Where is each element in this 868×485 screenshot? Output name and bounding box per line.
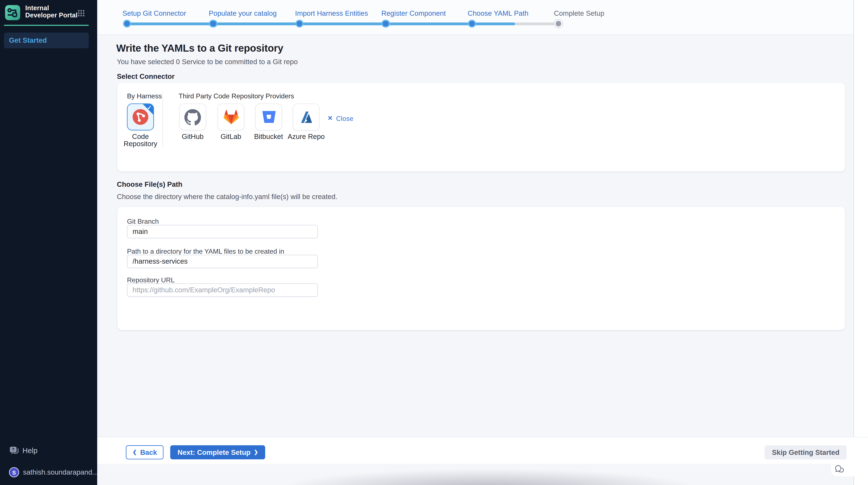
scrollbar-gutter[interactable] xyxy=(854,0,868,485)
close-button[interactable]: ✕ Close xyxy=(328,115,353,122)
sidebar-item-help[interactable]: ? Help xyxy=(9,445,38,455)
sidebar-divider xyxy=(4,25,89,26)
user-account[interactable]: S sathish.soundarapand... xyxy=(9,467,98,478)
close-label: Close xyxy=(336,115,353,122)
step-dot-icon xyxy=(554,20,562,28)
stepper-step-choose-yaml-path[interactable]: Choose YAML Path xyxy=(468,8,528,18)
help-label: Help xyxy=(23,446,38,455)
files-path-card: Git Branch Path to a directory for the Y… xyxy=(117,207,845,330)
step-dot-icon xyxy=(296,20,304,28)
harness-idp-logo-icon xyxy=(5,5,20,20)
third-party-label: Third Party Code Repository Providers xyxy=(179,92,294,100)
chevron-right-icon: ❯ xyxy=(254,450,258,455)
connector-tile-gitlab[interactable] xyxy=(217,104,244,131)
bottom-window-shadow xyxy=(225,464,753,485)
git-branch-input[interactable] xyxy=(127,225,318,238)
stepper-step-setup-git-connector[interactable]: Setup Git Connector xyxy=(123,8,186,18)
app-root: Internal Developer Portal Get Started ? … xyxy=(0,0,868,485)
stepper-remaining-line xyxy=(515,22,558,25)
page-title: Write the YAMLs to a Git repository xyxy=(116,43,283,55)
user-name: sathish.soundarapand... xyxy=(23,468,98,476)
stepper-step-import-harness-entities[interactable]: Import Harness Entities xyxy=(295,8,368,18)
select-connector-card: By Harness ✓ Code Repository Third Party… xyxy=(117,83,845,171)
help-chat-icon: ? xyxy=(9,446,19,455)
step-dot-icon xyxy=(123,20,131,28)
next-complete-setup-button[interactable]: Next: Complete Setup ❯ xyxy=(170,445,265,459)
chat-bubbles-icon[interactable] xyxy=(835,465,844,474)
tile-label-code-repository: Code Repository xyxy=(118,133,163,148)
directory-path-input[interactable] xyxy=(127,255,318,268)
repository-url-label: Repository URL xyxy=(127,276,175,284)
bitbucket-icon xyxy=(261,110,276,124)
sidebar: Internal Developer Portal Get Started ? … xyxy=(0,0,97,485)
github-icon xyxy=(184,109,201,125)
by-harness-label: By Harness xyxy=(127,92,162,100)
chevron-left-icon: ❮ xyxy=(133,450,137,455)
back-button[interactable]: ❮ Back xyxy=(126,445,164,459)
connector-tile-code-repository[interactable]: ✓ xyxy=(127,104,154,131)
sidebar-item-get-started[interactable]: Get Started xyxy=(4,33,89,49)
step-dot-icon xyxy=(209,20,217,28)
git-branch-label: Git Branch xyxy=(127,218,159,225)
app-switcher-grid-icon[interactable] xyxy=(78,9,85,17)
connector-tile-github[interactable] xyxy=(179,104,206,131)
stepper-step-complete-setup[interactable]: Complete Setup xyxy=(554,8,604,18)
page-subtitle: You have selected 0 Service to be commit… xyxy=(117,58,298,66)
column-divider xyxy=(162,91,163,147)
close-icon: ✕ xyxy=(328,115,333,122)
stepper-step-register-component[interactable]: Register Component xyxy=(381,8,446,18)
connector-tile-bitbucket[interactable] xyxy=(255,104,282,131)
azure-repo-icon xyxy=(299,109,314,124)
gitlab-icon xyxy=(222,109,240,125)
back-label: Back xyxy=(140,449,157,456)
next-label: Next: Complete Setup xyxy=(178,449,250,456)
app-title: Internal Developer Portal xyxy=(25,4,82,19)
stepper-step-populate-your-catalog[interactable]: Populate your catalog xyxy=(209,8,277,18)
stepper-progress-line xyxy=(127,22,515,25)
skip-label: Skip Getting Started xyxy=(772,449,839,456)
wizard-stepper-header: Setup Git Connector Populate your catalo… xyxy=(97,0,868,35)
select-connector-label: Select Connector xyxy=(117,73,175,80)
step-dot-icon xyxy=(382,20,390,28)
avatar: S xyxy=(9,467,19,477)
choose-files-path-title: Choose File(s) Path xyxy=(117,180,182,189)
choose-files-path-description: Choose the directory where the catalog-i… xyxy=(117,193,337,201)
step-dot-icon xyxy=(468,20,476,28)
wizard-footer: ❮ Back Next: Complete Setup ❯ Skip Getti… xyxy=(97,437,868,464)
connector-tile-azure-repo[interactable] xyxy=(293,104,320,131)
tile-label-azure-repo: Azure Repo xyxy=(281,133,331,140)
directory-path-label: Path to a directory for the YAML files t… xyxy=(127,248,284,255)
svg-text:?: ? xyxy=(12,447,14,452)
repository-url-input[interactable] xyxy=(127,283,318,297)
skip-getting-started-button[interactable]: Skip Getting Started xyxy=(765,445,847,459)
selected-check-icon: ✓ xyxy=(147,105,152,111)
